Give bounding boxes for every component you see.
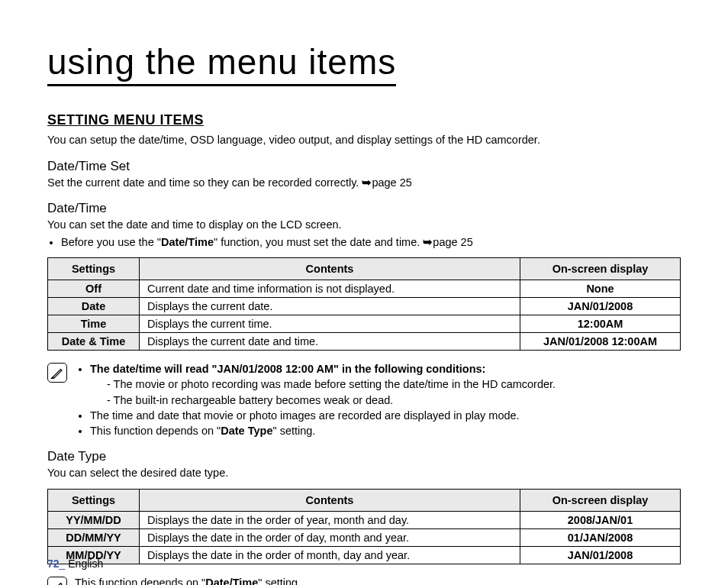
cell-content: Displays the current date. (140, 297, 520, 315)
cell-display: None (520, 280, 681, 297)
note-icon (47, 363, 67, 383)
date-type-desc: You can select the desired date type. (47, 466, 681, 481)
page-ref: page 25 (433, 236, 472, 248)
th-contents: Contents (140, 257, 520, 280)
cell-display: JAN/01/2008 12:00AM (520, 332, 681, 350)
th-settings: Settings (48, 257, 140, 280)
table-row: Time Displays the current time. 12:00AM (48, 315, 681, 332)
heading-date-type: Date Type (47, 449, 681, 464)
list-item: The date/time will read "JAN/01/2008 12:… (90, 361, 681, 408)
th-display: On-screen display (520, 257, 681, 280)
cell-content: Displays the current time. (140, 315, 520, 332)
note-box: This function depends on "Date/Time" set… (47, 575, 681, 585)
table-row: DD/MM/YY Displays the date in the order … (48, 529, 681, 547)
cell-setting: Date (48, 297, 140, 315)
arrow-icon: ➥ (362, 176, 372, 189)
note-box: The date/time will read "JAN/01/2008 12:… (47, 361, 681, 438)
cell-display: 01/JAN/2008 (520, 529, 681, 547)
th-contents: Contents (140, 490, 520, 512)
table-row: Date Displays the current date. JAN/01/2… (48, 297, 681, 315)
table-date-time: Settings Contents On-screen display Off … (47, 257, 681, 351)
table-row: Date & Time Displays the current date an… (48, 332, 681, 350)
th-settings: Settings (48, 490, 140, 512)
section-title: SETTING MENU ITEMS (47, 112, 681, 128)
text: " setting. (258, 577, 301, 585)
section-intro: You can setup the date/time, OSD languag… (47, 133, 681, 148)
cell-setting: DD/MM/YY (48, 529, 140, 547)
text: Set the current date and time so they ca… (47, 176, 362, 189)
text: Before you use the " (61, 236, 161, 248)
date-time-desc: You can set the date and time to display… (47, 218, 681, 233)
text-bold: Date Type (221, 425, 272, 437)
cell-setting: Date & Time (48, 332, 140, 350)
page-footer: 72_ English (47, 558, 103, 570)
text: This function depends on " (75, 577, 205, 585)
cell-setting: Time (48, 315, 140, 332)
chapter-title: using the menu items (47, 41, 396, 86)
table-row: Off Current date and time information is… (48, 280, 681, 297)
date-time-set-desc: Set the current date and time so they ca… (47, 176, 681, 191)
text-bold: The date/time will read "JAN/01/2008 12:… (90, 363, 485, 375)
list-item: The movie or photo recording was made be… (107, 377, 681, 392)
cell-setting: YY/MM/DD (48, 512, 140, 529)
heading-date-time-set: Date/Time Set (47, 159, 681, 174)
cell-content: Current date and time information is not… (140, 280, 520, 297)
note-icon (47, 577, 67, 585)
cell-content: Displays the date in the order of month,… (140, 547, 520, 564)
date-time-notes: Before you use the "Date/Time" function,… (61, 234, 681, 250)
text: " setting. (272, 425, 315, 437)
text: " function, you must set the date and ti… (214, 236, 423, 248)
separator: _ (60, 558, 66, 570)
table-header-row: Settings Contents On-screen display (48, 257, 681, 280)
text-bold: Date/Time (205, 577, 258, 585)
table-header-row: Settings Contents On-screen display (48, 490, 681, 512)
cell-content: Displays the date in the order of day, m… (140, 529, 520, 547)
arrow-icon: ➥ (423, 236, 433, 248)
table-row: MM/DD/YY Displays the date in the order … (48, 547, 681, 564)
th-display: On-screen display (520, 490, 681, 512)
list-item: The built-in rechargeable battery become… (107, 393, 681, 408)
cell-display: 12:00AM (520, 315, 681, 332)
list-item: The time and date that movie or photo im… (90, 408, 681, 423)
text-bold: Date/Time (161, 236, 214, 248)
cell-display: JAN/01/2008 (520, 547, 681, 564)
list-item: Before you use the "Date/Time" function,… (61, 234, 681, 250)
table-row: YY/MM/DD Displays the date in the order … (48, 512, 681, 529)
page-ref: page 25 (372, 176, 411, 189)
cell-setting: Off (48, 280, 140, 297)
page-language: English (68, 558, 103, 570)
cell-display: 2008/JAN/01 (520, 512, 681, 529)
note-body: The date/time will read "JAN/01/2008 12:… (75, 361, 681, 438)
cell-content: Displays the date in the order of year, … (140, 512, 520, 529)
text: This function depends on " (90, 425, 221, 437)
heading-date-time: Date/Time (47, 201, 681, 216)
page-number: 72 (47, 558, 60, 570)
cell-display: JAN/01/2008 (520, 297, 681, 315)
note-body: This function depends on "Date/Time" set… (75, 575, 681, 585)
table-date-type: Settings Contents On-screen display YY/M… (47, 489, 681, 564)
list-item: This function depends on "Date Type" set… (90, 423, 681, 438)
cell-content: Displays the current date and time. (140, 332, 520, 350)
